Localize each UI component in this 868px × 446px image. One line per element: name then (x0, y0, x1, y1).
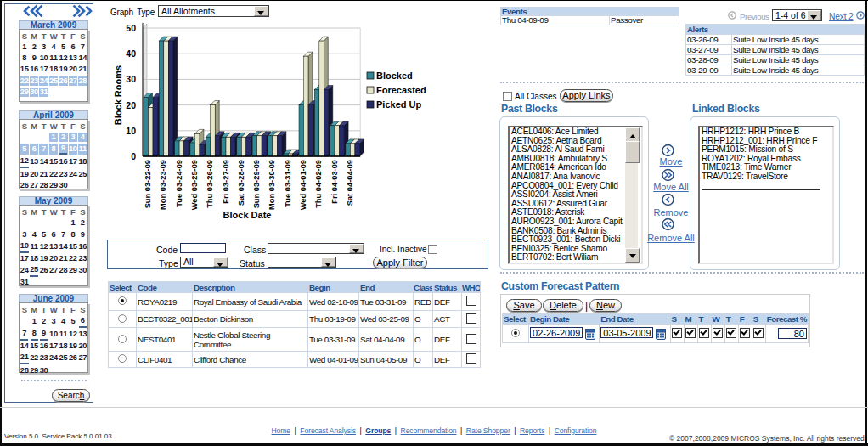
svg-text:Mon 03-23-09: Mon 03-23-09 (159, 160, 167, 210)
svg-text:Sun 03-29-09: Sun 03-29-09 (252, 160, 261, 208)
svg-text:50: 50 (126, 23, 136, 33)
svg-text:Blocked: Blocked (376, 71, 413, 81)
svg-text:Thu 03-26-09: Thu 03-26-09 (206, 160, 214, 208)
svg-text:Fri 03-27-09: Fri 03-27-09 (222, 160, 230, 204)
svg-text:Sat 03-28-09: Sat 03-28-09 (237, 160, 245, 206)
svg-text:Block Date: Block Date (223, 210, 272, 220)
svg-text:Forecasted: Forecasted (376, 85, 426, 95)
svg-text:Sun 03-22-09: Sun 03-22-09 (144, 160, 152, 208)
svg-text:Picked Up: Picked Up (376, 99, 421, 110)
svg-text:Tue 03-31-09: Tue 03-31-09 (284, 160, 292, 207)
svg-text:Block Rooms: Block Rooms (113, 65, 123, 125)
svg-text:Wed 04-01-09: Wed 04-01-09 (299, 160, 307, 210)
svg-text:20: 20 (126, 100, 136, 110)
svg-text:Fri 04-03-09: Fri 04-03-09 (330, 160, 339, 204)
svg-text:10: 10 (126, 126, 136, 136)
svg-text:Thu 04-02-09: Thu 04-02-09 (314, 160, 323, 208)
svg-text:0: 0 (131, 151, 136, 161)
svg-text:Mon 03-30-09: Mon 03-30-09 (268, 160, 276, 210)
svg-text:Wed 03-25-09: Wed 03-25-09 (190, 160, 199, 210)
svg-text:40: 40 (126, 48, 136, 59)
svg-text:Tue 03-24-09: Tue 03-24-09 (175, 160, 183, 207)
svg-text:Sat 04-04-09: Sat 04-04-09 (346, 160, 354, 206)
svg-text:30: 30 (126, 74, 136, 84)
